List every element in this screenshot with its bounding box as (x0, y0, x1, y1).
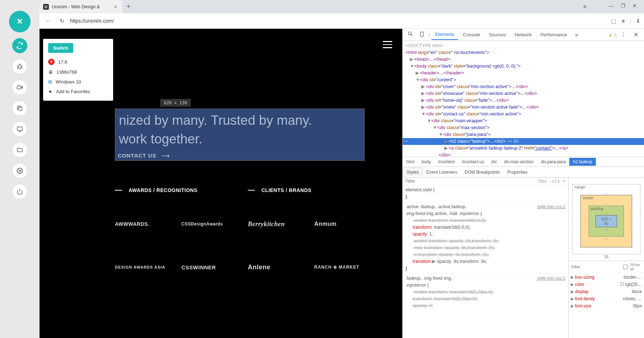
gear-icon[interactable] (12, 163, 27, 178)
star-icon: ★ (48, 89, 52, 94)
styles-filter-input[interactable] (406, 179, 534, 184)
warnings-badge[interactable]: ▲ 1 (608, 32, 616, 37)
shield-icon[interactable]: ▢ (611, 18, 616, 24)
folder-icon[interactable] (12, 142, 27, 157)
logo-item: Anmum (314, 219, 377, 229)
tab-elements[interactable]: Elements (431, 29, 458, 40)
maximize-button[interactable]: ❐ (621, 3, 625, 9)
minimize-button[interactable]: — (608, 3, 613, 9)
logo-item: RANCH ⊛ MARKET (314, 262, 377, 273)
browser-chrome: U Unonim - Web Design & × + ≡ — ❐ ✕ ← ↻ … (40, 0, 644, 29)
screen-icon[interactable] (12, 122, 27, 137)
logo-item: CSSDesignAwards (181, 219, 244, 229)
monitor-icon: 🖥 (48, 69, 53, 75)
sync-icon[interactable] (12, 38, 27, 53)
url-input[interactable] (70, 18, 607, 24)
tool-sidebar: ✕ (0, 0, 40, 338)
browser-version-row: Y17.6 (48, 56, 108, 67)
svg-rect-0 (19, 65, 21, 69)
resolution-row: 🖥1366x768 (48, 67, 108, 77)
inspect-element-icon[interactable] (406, 30, 416, 40)
windows-icon: ⊞ (48, 79, 52, 84)
add-favorites-button[interactable]: ★Add to Favorites (48, 87, 108, 96)
devtools-close-button[interactable]: ✕ (631, 30, 641, 40)
svg-rect-2 (19, 107, 22, 110)
computed-properties[interactable]: ▶box-sizingborder-… ▶color☐ rgb(25… ▶dis… (569, 273, 644, 338)
url-bar: ← ↻ ▢ ★ | ⬇ (40, 13, 644, 29)
browser-menu-icon[interactable]: ≡ (583, 4, 587, 10)
devtools-tabs: | Elements Console Sources Network Perfo… (403, 29, 644, 41)
styles-filter-row: :hov .cls + (403, 178, 568, 185)
os-row: ⊞Windows 10 (48, 77, 108, 87)
new-tab-button[interactable]: + (122, 3, 135, 11)
tab-bar: U Unonim - Web Design & × + ≡ — ❐ ✕ (40, 0, 644, 13)
logo-item: Berrykitchen (248, 219, 311, 229)
selected-dom-node[interactable]: ⋯▶<h2 class="fadeup">…</h2> == $0 (403, 138, 644, 145)
session-info-popup: Switch Y17.6 🖥1366x768 ⊞Windows 10 ★Add … (43, 39, 113, 101)
styles-tabs: Styles Event Listeners DOM Breakpoints P… (403, 167, 644, 178)
tab-performance[interactable]: Performance (537, 30, 570, 40)
tab-close-button[interactable]: × (113, 4, 119, 10)
tab-sources[interactable]: Sources (485, 30, 510, 40)
svg-rect-5 (408, 32, 411, 35)
logos-grid: AWWWARDS. CSSDesignAwards Berrykitchen A… (115, 219, 377, 273)
hamburger-menu-button[interactable] (383, 41, 392, 48)
breadcrumb[interactable]: html body #content #contact-us div div.m… (403, 157, 644, 167)
clients-header: CLIENTS / BRANDS (248, 187, 311, 193)
logo-item: Anlene (248, 262, 311, 273)
more-tabs-icon[interactable]: » (572, 30, 581, 40)
back-button[interactable]: ← (43, 15, 54, 27)
css-rules[interactable]: element.style { } style.min.css:1.active… (403, 185, 568, 338)
devtools-panel: | Elements Console Sources Network Perfo… (402, 29, 644, 338)
box-model: – – – 620 × 92– – 20 (569, 178, 644, 261)
bookmark-star-icon[interactable]: ★ (621, 18, 626, 24)
close-session-button[interactable]: ✕ (9, 11, 31, 32)
bug-icon[interactable] (12, 59, 27, 74)
svg-rect-3 (17, 127, 22, 131)
tab-styles[interactable]: Styles (403, 168, 423, 177)
devtools-menu-icon[interactable]: ⋮ (618, 30, 629, 40)
close-window-button[interactable]: ✕ (633, 3, 637, 9)
svg-point-4 (19, 170, 21, 172)
download-icon[interactable]: ⬇ (636, 18, 640, 24)
tab-title: Unonim - Web Design & (52, 4, 110, 9)
browser-tab[interactable]: U Unonim - Web Design & × (40, 0, 122, 13)
headline: nized by many. Trusted by many. work tog… (115, 109, 364, 151)
arrow-right-icon: ⟶ (162, 152, 170, 159)
reload-button[interactable]: ↻ (57, 15, 66, 27)
contact-link[interactable]: CONTACT US ⟶ (118, 152, 170, 159)
show-all-checkbox[interactable] (623, 265, 628, 269)
logo-item: DESIGN AWARDS ASIA (115, 262, 178, 273)
yandex-icon: Y (48, 59, 55, 65)
logo-item: AWWWARDS. (115, 219, 178, 229)
dom-tree[interactable]: <!DOCTYPE html> <html lang="en" class=" … (403, 41, 644, 157)
video-icon[interactable] (12, 80, 27, 95)
tab-dom-breakpoints[interactable]: DOM Breakpoints (461, 168, 504, 177)
switch-button[interactable]: Switch (48, 43, 73, 53)
tab-favicon-icon: U (43, 4, 49, 10)
svg-rect-6 (421, 32, 423, 36)
svg-rect-1 (17, 86, 21, 89)
tab-event-listeners[interactable]: Event Listeners (423, 168, 461, 177)
tab-properties[interactable]: Properties (504, 168, 531, 177)
add-rule-button[interactable]: + (563, 179, 565, 184)
power-icon[interactable] (12, 184, 27, 199)
device-toggle-icon[interactable] (417, 30, 427, 40)
element-size-badge: 620 × 130 (160, 99, 191, 107)
copy-icon[interactable] (12, 101, 27, 116)
tab-console[interactable]: Console (459, 30, 484, 40)
computed-filter-input[interactable] (571, 265, 621, 269)
tab-network[interactable]: Network (511, 30, 536, 40)
logo-item: CSSWINNER (181, 262, 244, 273)
awards-header: AWARDS / RECOGNITIONS (115, 187, 198, 193)
